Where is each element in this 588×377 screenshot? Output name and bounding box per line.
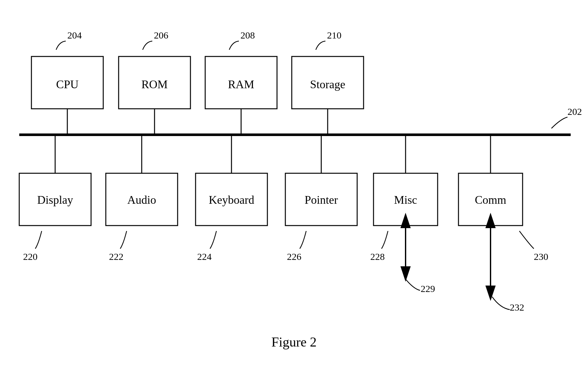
misc-arrow-ref-curve — [406, 279, 420, 290]
diagram-container: CPU 204 ROM 206 RAM 208 Storage 210 202 — [0, 0, 588, 377]
ram-ref-curve — [229, 41, 239, 50]
ram-ref: 208 — [240, 30, 255, 40]
pointer-label: Pointer — [305, 193, 338, 206]
misc-label: Misc — [394, 193, 417, 206]
keyboard-label: Keyboard — [209, 193, 254, 206]
storage-label: Storage — [310, 78, 345, 91]
storage-ref: 210 — [327, 30, 341, 40]
ram-label: RAM — [228, 78, 254, 91]
comm-ref-curve — [519, 231, 534, 249]
audio-ref: 222 — [109, 251, 123, 262]
display-label: Display — [37, 193, 73, 206]
bus-ref: 202 — [567, 106, 582, 117]
audio-label: Audio — [127, 193, 156, 206]
comm-arrow-ref-curve — [492, 297, 510, 310]
comm-label: Comm — [475, 193, 506, 206]
cpu-ref-curve — [56, 41, 66, 50]
rom-label: ROM — [141, 78, 168, 91]
misc-ref: 228 — [370, 251, 385, 262]
misc-ref-curve — [382, 231, 388, 249]
keyboard-ref-curve — [210, 231, 216, 249]
comm-arrow-ref: 232 — [510, 302, 524, 313]
storage-ref-curve — [316, 41, 325, 50]
rom-ref-curve — [143, 41, 152, 50]
cpu-ref: 204 — [67, 30, 82, 40]
keyboard-ref: 224 — [197, 251, 212, 262]
bus-ref-curve — [551, 117, 567, 128]
misc-arrow-ref: 229 — [421, 283, 435, 294]
display-ref: 220 — [23, 251, 38, 262]
display-ref-curve — [35, 231, 42, 249]
figure-caption: Figure 2 — [271, 335, 316, 349]
pointer-ref-curve — [300, 231, 306, 249]
audio-ref-curve — [120, 231, 127, 249]
comm-ref: 230 — [534, 251, 548, 262]
cpu-label: CPU — [56, 78, 79, 91]
rom-ref: 206 — [154, 30, 168, 40]
pointer-ref: 226 — [287, 251, 301, 262]
